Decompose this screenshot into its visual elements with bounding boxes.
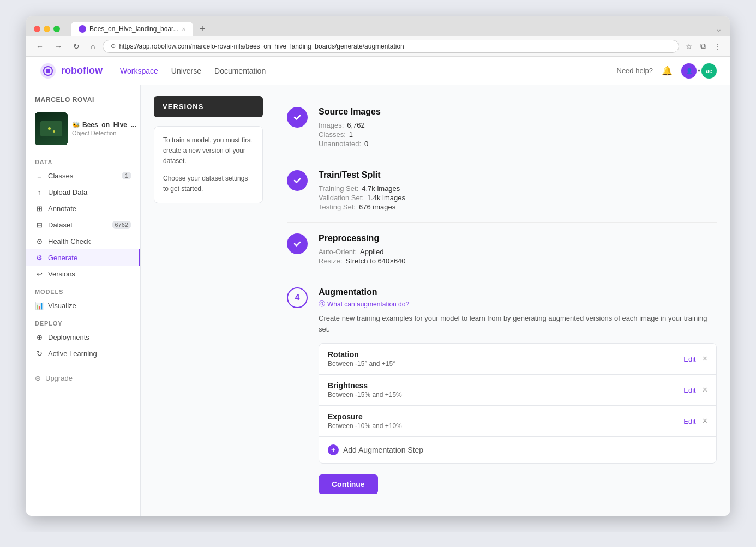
left-panel: VERSIONS To train a model, you must firs… xyxy=(154,96,274,217)
content-area: MARCELO ROVAI xyxy=(26,85,730,516)
app-container: roboflow Workspace Universe Documentatio… xyxy=(26,57,730,516)
forward-button[interactable]: → xyxy=(51,40,65,53)
upgrade-button[interactable]: ⊛ Upgrade xyxy=(26,370,140,386)
sidebar-label-health: Health Check xyxy=(48,237,91,245)
address-bar-security-icon: ⊕ xyxy=(111,43,116,50)
step4-number-icon: 4 xyxy=(287,287,308,308)
sidebar-item-annotate[interactable]: ⊞ Annotate xyxy=(26,200,140,217)
browser-titlebar: Bees_on_Hive_landing_boar... × + ⌄ xyxy=(26,16,730,36)
aug-brightness-info: Brightness Between -15% and +15% xyxy=(328,381,683,399)
brightness-edit-button[interactable]: Edit xyxy=(683,386,695,394)
exposure-remove-button[interactable]: × xyxy=(703,417,707,425)
traffic-lights xyxy=(34,26,60,32)
models-section-label: Models xyxy=(26,282,140,297)
close-traffic-light[interactable] xyxy=(34,26,40,32)
sidebar-item-visualize[interactable]: 📊 Visualize xyxy=(26,297,140,314)
logo[interactable]: roboflow xyxy=(39,62,103,80)
step4-subtitle-text: What can augmentation do? xyxy=(327,300,409,308)
aug-exposure-name: Exposure xyxy=(328,412,683,421)
step3-complete-icon xyxy=(287,233,308,254)
step1-classes-label: Classes: xyxy=(319,130,346,139)
step2-meta: Training Set: 4.7k images Validation Set… xyxy=(319,182,717,211)
nav-universe[interactable]: Universe xyxy=(171,67,201,75)
health-icon: ⊙ xyxy=(35,237,44,245)
new-tab-button[interactable]: + xyxy=(195,22,209,36)
extensions-button[interactable]: ⧉ xyxy=(698,39,708,53)
nav-documentation[interactable]: Documentation xyxy=(214,67,266,75)
augmentation-list: Rotation Between -15° and +15° Edit × xyxy=(319,343,717,464)
user-avatar-group[interactable]: 👤 ▾ ae xyxy=(681,63,717,79)
sidebar-item-deployments[interactable]: ⊕ Deployments xyxy=(26,329,140,345)
sidebar-label-active-learning: Active Learning xyxy=(48,350,97,358)
rotation-edit-button[interactable]: Edit xyxy=(683,355,695,363)
rotation-remove-button[interactable]: × xyxy=(703,354,707,363)
aug-exposure-range: Between -10% and +10% xyxy=(328,422,683,430)
aug-exposure-info: Exposure Between -10% and +10% xyxy=(328,412,683,430)
step2-meta-validation: Validation Set: 1.4k images xyxy=(319,194,717,202)
menu-button[interactable]: ⋮ xyxy=(711,39,723,53)
sidebar-item-versions[interactable]: ↩ Versions xyxy=(26,266,140,282)
address-bar[interactable]: ⊕ https://app.roboflow.com/marcelo-rovai… xyxy=(103,40,679,53)
step1-unannotated-value: 0 xyxy=(364,140,368,148)
exposure-edit-button[interactable]: Edit xyxy=(683,417,695,425)
step1-meta-classes: Classes: 1 xyxy=(319,130,717,139)
notification-icon[interactable]: 🔔 xyxy=(662,65,673,76)
sidebar-item-active-learning[interactable]: ↻ Active Learning xyxy=(26,345,140,362)
sidebar-item-upload[interactable]: ↑ Upload Data xyxy=(26,184,140,200)
back-button[interactable]: ← xyxy=(33,40,47,53)
continue-button[interactable]: Continue xyxy=(319,474,378,494)
project-name[interactable]: Bees_on_Hive_... xyxy=(82,121,136,129)
project-type: Object Detection xyxy=(72,130,136,136)
aug-rotation-range: Between -15° and +15° xyxy=(328,360,683,368)
sidebar-label-generate: Generate xyxy=(48,254,77,262)
aug-rotation-info: Rotation Between -15° and +15° xyxy=(328,350,683,368)
step4-subtitle-link[interactable]: ⓪ What can augmentation do? xyxy=(319,299,717,309)
step-train-test-split: Train/Test Split Training Set: 4.7k imag… xyxy=(287,159,717,223)
add-augmentation-row[interactable]: + Add Augmentation Step xyxy=(319,437,716,463)
data-section-label: Data xyxy=(26,152,140,167)
bookmark-button[interactable]: ☆ xyxy=(683,39,695,53)
step3-meta-orient: Auto-Orient: Applied xyxy=(319,248,717,256)
tab-favicon xyxy=(79,25,86,33)
step3-orient-value: Applied xyxy=(360,248,383,256)
dataset-badge: 6762 xyxy=(112,221,131,229)
add-step-label: Add Augmentation Step xyxy=(343,446,423,454)
step1-meta-unannotated: Unannotated: 0 xyxy=(319,140,717,148)
upgrade-section: ⊛ Upgrade xyxy=(26,370,140,386)
browser-toolbar: ← → ↻ ⌂ ⊕ https://app.roboflow.com/marce… xyxy=(26,36,730,57)
step3-resize-value: Stretch to 640×640 xyxy=(345,257,405,265)
question-icon: ⓪ xyxy=(319,299,325,309)
step1-content: Source Images Images: 6,762 Classes: 1 xyxy=(319,107,717,148)
brightness-remove-button[interactable]: × xyxy=(703,386,707,394)
header-right: Need help? 🔔 👤 ▾ ae xyxy=(617,63,717,79)
sidebar-item-dataset[interactable]: ⊟ Dataset 6762 xyxy=(26,217,140,233)
sidebar-label-classes: Classes xyxy=(48,172,73,180)
upgrade-label: Upgrade xyxy=(45,374,73,382)
aug-exposure-actions: Edit × xyxy=(683,417,707,425)
logo-text: roboflow xyxy=(61,65,103,76)
maximize-traffic-light[interactable] xyxy=(53,26,60,32)
sidebar-label-dataset: Dataset xyxy=(48,221,73,229)
active-tab[interactable]: Bees_on_Hive_landing_boar... × xyxy=(71,22,193,36)
nav-workspace[interactable]: Workspace xyxy=(120,67,158,75)
refresh-button[interactable]: ↻ xyxy=(70,40,83,53)
workspace-initials: ae xyxy=(706,68,712,74)
list-icon: ≡ xyxy=(35,171,44,180)
tab-close-btn[interactable]: × xyxy=(182,26,185,32)
add-step-icon: + xyxy=(328,444,339,455)
checkmark-icon-2 xyxy=(292,176,302,185)
help-button[interactable]: Need help? xyxy=(617,67,653,75)
deploy-icon: ⊕ xyxy=(35,333,44,341)
dataset-icon: ⊟ xyxy=(35,220,44,229)
step3-orient-label: Auto-Orient: xyxy=(319,248,357,256)
sidebar-username: MARCELO ROVAI xyxy=(26,92,140,110)
sidebar-item-generate[interactable]: ⚙ Generate xyxy=(26,249,140,266)
project-icon-name: 🐝 Bees_on_Hive_... xyxy=(72,121,136,129)
home-button[interactable]: ⌂ xyxy=(87,40,98,53)
workspace-avatar: ae xyxy=(701,63,717,79)
sidebar-item-health[interactable]: ⊙ Health Check xyxy=(26,233,140,249)
minimize-traffic-light[interactable] xyxy=(44,26,50,32)
sidebar-item-classes[interactable]: ≡ Classes 1 xyxy=(26,167,140,184)
step-preprocessing: Preprocessing Auto-Orient: Applied Resiz… xyxy=(287,223,717,276)
step1-meta-images: Images: 6,762 xyxy=(319,121,717,129)
